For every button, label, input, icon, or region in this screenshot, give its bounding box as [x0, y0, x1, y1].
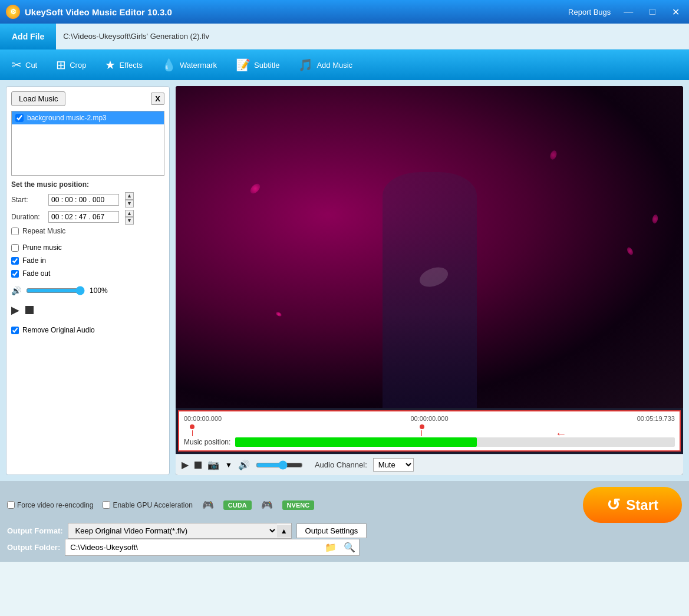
music-track-fill	[235, 437, 477, 447]
subtitle-icon: 📝	[236, 58, 250, 72]
force-reencode-checkbox[interactable]	[7, 501, 15, 509]
add-music-icon: 🎵	[298, 58, 313, 72]
timeline-markers: ←	[184, 424, 675, 436]
playback-volume-slider[interactable]	[256, 460, 303, 470]
toolbar-cut-label: Cut	[25, 61, 37, 70]
nvidia-icon-cuda: 🎮	[202, 499, 214, 510]
snapshot-dropdown[interactable]: ▼	[225, 461, 232, 469]
toolbar-watermark[interactable]: 💧 Watermark	[152, 54, 226, 75]
prune-row: Prune music	[11, 243, 164, 252]
figure-silhouette	[383, 172, 477, 408]
repeat-row: Repeat Music	[11, 227, 164, 235]
toolbar-add-music-label: Add Music	[317, 61, 352, 70]
remove-audio-checkbox[interactable]	[11, 327, 19, 334]
duration-spinner: ▲ ▼	[125, 210, 134, 225]
toolbar-subtitle-label: Subtitle	[254, 61, 279, 70]
load-music-button[interactable]: Load Music	[11, 91, 65, 106]
output-folder-label: Output Folder:	[7, 543, 60, 552]
playback-controls: ▶ 📷 ▼ 🔊 Audio Channel: Mute Stereo Left …	[176, 454, 683, 475]
volume-icon-ctrl: 🔊	[238, 459, 250, 470]
watermark-icon: 💧	[161, 58, 176, 72]
main-content: Load Music X background music-2.mp3 Set …	[0, 80, 689, 481]
toolbar-subtitle[interactable]: 📝 Subtitle	[226, 54, 289, 75]
enable-gpu-checkbox[interactable]	[103, 501, 110, 509]
playback-row: ▶	[11, 304, 164, 317]
prune-music-checkbox[interactable]	[11, 244, 19, 252]
close-panel-button[interactable]: X	[151, 93, 164, 105]
fade-out-label: Fade out	[22, 269, 50, 278]
audio-channel-select[interactable]: Mute Stereo Left Right	[373, 458, 414, 472]
search-folder-icon[interactable]: 🔍	[340, 539, 359, 555]
force-reencode-label[interactable]: Force video re-encoding	[7, 501, 93, 509]
report-bugs-link[interactable]: Report Bugs	[568, 8, 611, 17]
output-folder-input[interactable]	[65, 541, 321, 554]
left-panel: Load Music X background music-2.mp3 Set …	[6, 86, 170, 475]
volume-slider[interactable]	[26, 286, 85, 295]
add-file-button[interactable]: Add File	[0, 24, 56, 50]
timestamp-mid: 00:00:00.000	[410, 415, 448, 422]
music-position-row: Music position:	[184, 437, 675, 447]
duration-time-row: Duration: ▲ ▼	[11, 210, 164, 225]
format-dropdown-arrow[interactable]: ▲	[277, 525, 291, 538]
nvenc-badge: NVENC	[282, 500, 315, 510]
minimize-button[interactable]: —	[620, 5, 637, 18]
video-area	[176, 86, 683, 408]
remove-audio-row: Remove Original Audio	[11, 326, 164, 334]
effects-icon: ★	[105, 58, 116, 72]
title-bar-right: Report Bugs — □ ✕	[568, 5, 683, 19]
snapshot-button[interactable]: 📷	[207, 459, 219, 470]
app-icon: ⚙	[6, 5, 20, 19]
start-time-input[interactable]	[48, 194, 119, 206]
start-down-arrow[interactable]: ▼	[125, 200, 134, 207]
toolbar-add-music[interactable]: 🎵 Add Music	[289, 54, 362, 75]
fade-in-label: Fade in	[22, 256, 46, 265]
output-format-select[interactable]: Keep Original Video Format(*.flv) MP4 AV…	[68, 523, 277, 538]
start-up-arrow[interactable]: ▲	[125, 192, 134, 200]
repeat-music-checkbox[interactable]	[11, 228, 19, 235]
timestamp-end: 00:05:19.733	[637, 415, 675, 422]
playback-play-button[interactable]: ▶	[182, 459, 189, 470]
play-button[interactable]: ▶	[11, 304, 19, 317]
marker-line-mid	[421, 430, 422, 436]
close-button[interactable]: ✕	[668, 5, 683, 19]
music-track-bar[interactable]	[235, 437, 675, 447]
toolbar-cut[interactable]: ✂ Cut	[2, 54, 47, 75]
left-panel-header: Load Music X	[11, 91, 164, 106]
video-panel: 00:00:00.000 00:00:00.000 00:05:19.733 ←…	[176, 86, 683, 475]
start-button[interactable]: ↺ Start	[583, 487, 682, 523]
crop-icon: ⊞	[56, 58, 66, 72]
marker-dot-start	[190, 424, 194, 429]
fade-in-row: Fade in	[11, 256, 164, 265]
music-item-name: background music-2.mp3	[27, 114, 107, 122]
output-settings-button[interactable]: Output Settings	[296, 523, 367, 538]
marker-dot-mid	[420, 424, 424, 429]
stop-button[interactable]	[25, 306, 34, 314]
fade-out-checkbox[interactable]	[11, 270, 19, 278]
volume-row: 🔊 100%	[11, 286, 164, 295]
cut-icon: ✂	[12, 58, 22, 72]
maximize-button[interactable]: □	[646, 5, 659, 18]
toolbar-crop[interactable]: ⊞ Crop	[47, 54, 95, 75]
playback-stop-button[interactable]	[194, 462, 202, 469]
fade-in-checkbox[interactable]	[11, 257, 19, 265]
marker-line-start	[192, 430, 193, 436]
list-item[interactable]: background music-2.mp3	[12, 111, 164, 124]
music-position-label: Music position:	[184, 438, 230, 446]
toolbar-crop-label: Crop	[70, 61, 86, 70]
format-select-wrapper: Keep Original Video Format(*.flv) MP4 AV…	[68, 523, 292, 539]
fade-out-row: Fade out	[11, 269, 164, 278]
enable-gpu-label[interactable]: Enable GPU Acceleration	[103, 501, 192, 509]
cuda-badge: CUDA	[223, 500, 252, 510]
browse-folder-icon[interactable]: 📁	[321, 539, 340, 555]
prune-music-label: Prune music	[22, 243, 62, 252]
start-label: Start	[626, 497, 658, 513]
music-item-checkbox[interactable]	[15, 114, 24, 122]
duration-down-arrow[interactable]: ▼	[125, 217, 134, 225]
toolbar-watermark-label: Watermark	[180, 61, 217, 70]
duration-label: Duration:	[11, 213, 44, 221]
duration-up-arrow[interactable]: ▲	[125, 210, 134, 218]
app-title: UkeySoft Video Music Editor 10.3.0	[25, 7, 172, 17]
toolbar-effects[interactable]: ★ Effects	[95, 54, 152, 75]
duration-time-input[interactable]	[48, 211, 119, 223]
timeline-section: 00:00:00.000 00:00:00.000 00:05:19.733 ←…	[178, 410, 681, 452]
